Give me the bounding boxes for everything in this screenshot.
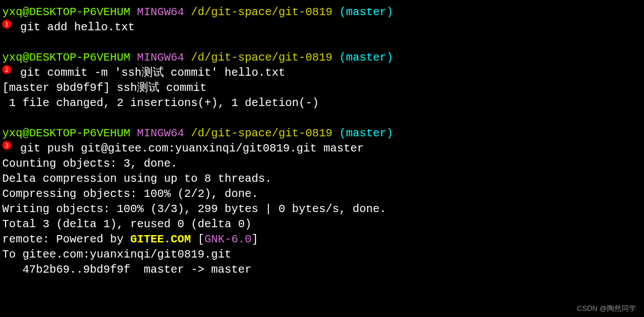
output-text: Writing objects: 100% (3/3), 299 bytes |…	[2, 203, 386, 215]
output-line: Counting objects: 3, done.	[2, 156, 642, 171]
command-text: git push git@gitee.com:yuanxinqi/git0819…	[13, 142, 364, 155]
output-text: Total 3 (delta 1), reused 0 (delta 0)	[2, 218, 252, 231]
command-line-2[interactable]: 2 git commit -m 'ssh测试 commit' hello.txt	[2, 65, 642, 80]
prompt-mingw: MINGW64	[130, 6, 191, 19]
output-line-remote: remote: Powered by GITEE.COM [GNK-6.0]	[2, 232, 642, 247]
prompt-mingw: MINGW64	[130, 127, 191, 140]
output-text: [master 9bd9f9f] ssh测试 commit	[2, 81, 207, 94]
prompt-line-1: yxq@DESKTOP-P6VEHUM MINGW64 /d/git-space…	[2, 4, 642, 20]
prompt-branch: (master)	[332, 6, 393, 19]
prompt-user: yxq@DESKTOP-P6VEHUM	[2, 51, 130, 64]
prompt-branch: (master)	[332, 127, 393, 140]
prompt-line-3: yxq@DESKTOP-P6VEHUM MINGW64 /d/git-space…	[2, 126, 642, 141]
output-line: To gitee.com:yuanxinqi/git0819.git	[2, 247, 642, 262]
prompt-path: /d/git-space/git-0819	[191, 127, 332, 140]
blank-line	[2, 35, 642, 50]
output-text: Counting objects: 3, done.	[2, 157, 177, 170]
bracket-close: ]	[252, 233, 258, 246]
step-badge-3: 3	[2, 141, 11, 150]
prompt-user: yxq@DESKTOP-P6VEHUM	[2, 6, 130, 19]
gitee-text: GITEE.COM	[130, 233, 191, 246]
step-badge-1: 1	[2, 20, 11, 29]
command-line-1[interactable]: 1 git add hello.txt	[2, 20, 642, 35]
prompt-user: yxq@DESKTOP-P6VEHUM	[2, 127, 130, 140]
watermark: CSDN @陶然同学	[577, 304, 636, 314]
output-line: [master 9bd9f9f] ssh测试 commit	[2, 80, 642, 95]
output-text: Compressing objects: 100% (2/2), done.	[2, 187, 258, 200]
output-line: Delta compression using up to 8 threads.	[2, 171, 642, 186]
command-text: git add hello.txt	[13, 21, 135, 34]
bracket-open: [	[191, 233, 204, 246]
output-text: To gitee.com:yuanxinqi/git0819.git	[2, 248, 231, 261]
output-text: 1 file changed, 2 insertions(+), 1 delet…	[2, 97, 319, 109]
gnk-text: GNK-6.0	[204, 233, 252, 246]
output-line: Writing objects: 100% (3/3), 299 bytes |…	[2, 201, 642, 217]
prompt-path: /d/git-space/git-0819	[191, 6, 332, 19]
output-text: Delta compression using up to 8 threads.	[2, 172, 272, 185]
prompt-path: /d/git-space/git-0819	[191, 51, 332, 64]
output-text: remote: Powered by	[2, 233, 130, 246]
step-badge-2: 2	[2, 65, 11, 74]
output-line: 1 file changed, 2 insertions(+), 1 delet…	[2, 95, 642, 111]
prompt-mingw: MINGW64	[130, 51, 191, 64]
output-line: Total 3 (delta 1), reused 0 (delta 0)	[2, 217, 642, 232]
command-line-3[interactable]: 3 git push git@gitee.com:yuanxinqi/git08…	[2, 141, 642, 156]
prompt-line-2: yxq@DESKTOP-P6VEHUM MINGW64 /d/git-space…	[2, 50, 642, 65]
output-line: Compressing objects: 100% (2/2), done.	[2, 186, 642, 201]
blank-line	[2, 111, 642, 126]
output-line: 47b2b69..9bd9f9f master -> master	[2, 262, 642, 277]
output-text: 47b2b69..9bd9f9f master -> master	[2, 263, 252, 276]
command-text: git commit -m 'ssh测试 commit' hello.txt	[13, 66, 285, 79]
prompt-branch: (master)	[332, 51, 393, 64]
